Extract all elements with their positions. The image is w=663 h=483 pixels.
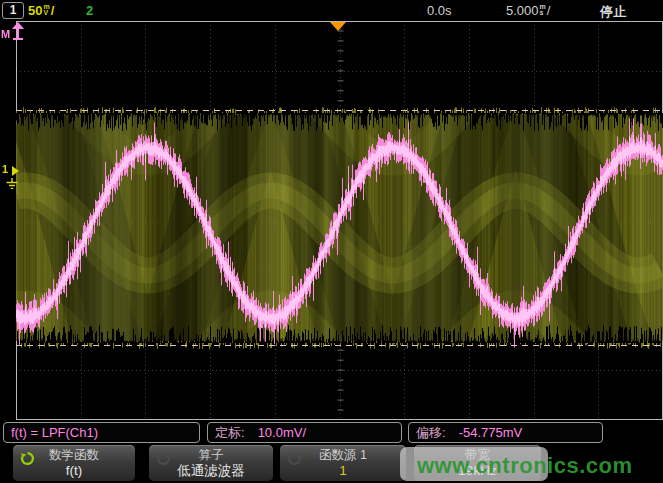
softkey-operator[interactable]: 算子 低通滤波器 [149,445,273,481]
watermark-text: www.cntronics.com [417,453,633,479]
channel-1-indicator[interactable]: 1 [2,2,24,19]
timebase-readout: 5.000 m s / [506,2,550,18]
trigger-delay-readout: 0.0s [427,3,452,18]
math-scale-box[interactable]: 定标: 10.0mV/ [207,422,402,443]
channel-1-marker-label: 1 [2,163,8,175]
up-arrow-stem [17,29,19,38]
math-definition-text: f(t) = LPF(Ch1) [11,425,98,440]
softkey-math-function[interactable]: 数学函数 f(t) [13,445,135,481]
top-status-bar: 1 50 m V / 2 0.0s 5.000 m s / 停止 [0,0,663,20]
ground-icon [4,178,20,189]
circular-arrow-icon [20,451,35,466]
softkey-source[interactable]: 函数源 1 1 [280,445,406,481]
math-scale-value: 10.0mV/ [258,425,306,440]
channel-1-ground-marker: 1 [1,153,29,193]
math-offset-box[interactable]: 偏移: -54.775mV [408,422,603,443]
oscilloscope-screen: 1 50 m V / 2 0.0s 5.000 m s / 停止 M [0,0,663,483]
math-definition-box: f(t) = LPF(Ch1) [3,422,200,443]
run-state-indicator: 停止 [600,3,626,21]
channel-1-scale-suffix: / [51,3,55,18]
waveform-canvas [16,21,663,420]
math-offset-label: 偏移: [416,424,446,442]
math-marker-label: M [1,28,10,40]
trigger-position-icon[interactable] [330,22,346,31]
up-arrow-base [13,38,23,40]
math-scale-label: 定标: [215,424,245,442]
circular-arrow-icon [156,451,171,466]
timebase-unit: m s [540,4,546,16]
circular-arrow-icon [287,451,302,466]
math-channel-marker: M [1,21,33,49]
timebase-suffix: / [547,3,551,18]
channel-2-indicator[interactable]: 2 [86,3,93,18]
right-arrow-icon [12,166,19,176]
timebase-number: 5.000 [506,3,539,18]
math-offset-value: -54.775mV [459,425,523,440]
channel-1-scale-unit: m V [43,4,49,16]
channel-1-scale: 50 m V / [28,2,54,18]
up-arrow-icon [12,22,24,29]
channel-1-scale-number: 50 [28,3,42,18]
